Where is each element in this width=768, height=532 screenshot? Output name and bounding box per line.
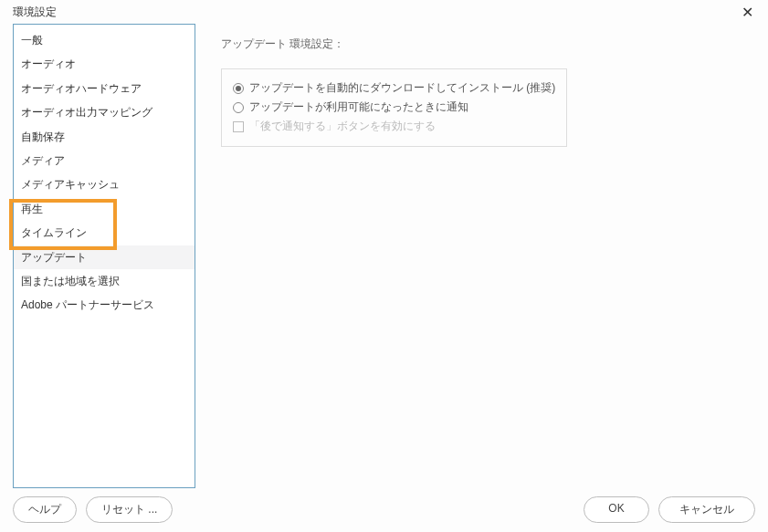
radio-notify[interactable]: アップデートが利用可能になったときに通知 [233,98,555,117]
sidebar-item-media[interactable]: メディア [14,149,195,172]
sidebar-item-media-cache[interactable]: メディアキャッシュ [14,172,195,196]
close-icon[interactable]: ✕ [738,4,757,21]
sidebar-item-update[interactable]: アップデート [14,245,195,269]
checkbox-label: 「後で通知する」ボタンを有効にする [249,118,436,135]
sidebar-item-autosave[interactable]: 自動保存 [14,125,195,149]
radio-icon [233,83,244,94]
sidebar-item-playback[interactable]: 再生 [14,197,195,221]
options-group: アップデートを自動的にダウンロードしてインストール (推奨) アップデートが利用… [221,68,567,147]
radio-auto-download[interactable]: アップデートを自動的にダウンロードしてインストール (推奨) [233,78,555,98]
sidebar-item-general[interactable]: 一般 [14,28,195,52]
sidebar-item-audio-output[interactable]: オーディオ出力マッピング [14,100,195,124]
reset-button[interactable]: リセット ... [86,496,173,523]
checkbox-icon [233,121,244,132]
sidebar-item-region[interactable]: 国または地域を選択 [14,269,195,293]
dialog-title: 環境設定 [13,5,57,20]
checkbox-notify-later: 「後で通知する」ボタンを有効にする [233,117,555,136]
sidebar-item-audio[interactable]: オーディオ [14,52,195,76]
sidebar-item-timeline[interactable]: タイムライン [14,221,195,245]
radio-icon [233,102,244,113]
cancel-button[interactable]: キャンセル [658,496,755,523]
sidebar-item-audio-hardware[interactable]: オーディオハードウェア [14,77,195,100]
radio-label: アップデートを自動的にダウンロードしてインストール (推奨) [249,79,555,97]
category-sidebar: 一般 オーディオ オーディオハードウェア オーディオ出力マッピング 自動保存 メ… [13,24,195,488]
ok-button[interactable]: OK [584,496,649,523]
sidebar-item-partner[interactable]: Adobe パートナーサービス [14,293,195,317]
radio-label: アップデートが利用可能になったときに通知 [249,99,468,116]
help-button[interactable]: ヘルプ [13,496,77,523]
section-title: アップデート 環境設定： [221,37,755,52]
main-panel: アップデート 環境設定： アップデートを自動的にダウンロードしてインストール (… [195,24,755,488]
